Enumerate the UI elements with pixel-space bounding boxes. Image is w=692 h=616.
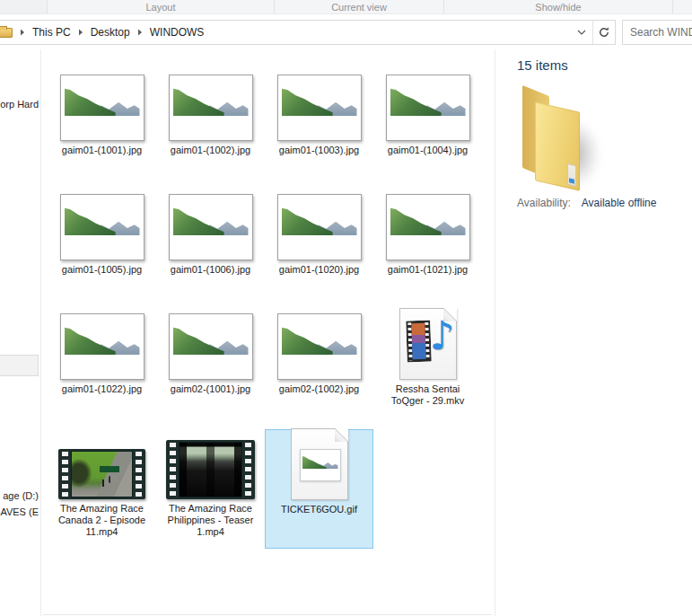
- file-name: gaim02-(1002).jpg: [274, 383, 364, 395]
- photo-thumbnail: [277, 75, 362, 141]
- file-item[interactable]: gaim01-(1003).jpg: [265, 71, 373, 190]
- file-icon: [60, 71, 145, 141]
- file-item[interactable]: gaim01-(1021).jpg: [373, 190, 482, 310]
- file-icon: [291, 430, 348, 500]
- breadcrumb-desktop[interactable]: Desktop: [91, 26, 130, 39]
- ribbon-strip: Layout Current view Show/hide: [0, 0, 692, 14]
- file-name: gaim01-(1003).jpg: [274, 145, 364, 156]
- filmstrip-holes: [243, 443, 253, 497]
- address-bar[interactable]: This PC Desktop WINDOWS: [0, 20, 616, 45]
- gif-file-icon: [291, 428, 348, 500]
- breadcrumb-this-pc[interactable]: This PC: [32, 26, 71, 39]
- breadcrumb-arrow-icon[interactable]: [20, 29, 25, 36]
- landscape-image: [65, 198, 140, 256]
- file-name: gaim01-(1006).jpg: [165, 264, 256, 276]
- video-frame: [179, 442, 242, 497]
- file-name: gaim01-(1005).jpg: [57, 264, 147, 276]
- landscape-image: [390, 79, 466, 136]
- photo-thumbnail: [277, 313, 362, 380]
- file-name: gaim01-(1022).jpg: [57, 383, 147, 395]
- ribbon-group-current-view: Current view: [275, 0, 444, 13]
- file-icon: [169, 190, 253, 260]
- filmstrip-holes: [134, 452, 144, 497]
- folder-preview-icon: [510, 89, 609, 195]
- filmstrip-icon: [406, 321, 432, 363]
- availability-label: Availability:: [517, 197, 571, 209]
- ribbon-group-layout: Layout: [48, 0, 275, 13]
- sidebar-graybox[interactable]: [0, 355, 39, 376]
- file-explorer-window: Layout Current view Show/hide This PC De…: [0, 0, 692, 616]
- search-box[interactable]: [622, 20, 692, 45]
- filmstrip-holes: [168, 443, 178, 497]
- file-icon: [386, 71, 470, 141]
- landscape-image: [173, 198, 249, 256]
- file-item[interactable]: gaim01-(1001).jpg: [48, 71, 156, 190]
- sidebar-item-drive-e[interactable]: SAVES (E: [0, 506, 39, 517]
- search-input[interactable]: [623, 21, 692, 44]
- file-item[interactable]: gaim02-(1002).jpg: [265, 310, 373, 429]
- file-item[interactable]: gaim01-(1022).jpg: [48, 310, 156, 429]
- landscape-image: [282, 198, 357, 256]
- toolbar-row: This PC Desktop WINDOWS: [0, 14, 692, 49]
- file-item[interactable]: The Amazing Race Philippines - Teaser 1.…: [156, 429, 265, 549]
- video-thumbnail: [166, 440, 255, 499]
- photo-thumbnail: [386, 75, 470, 141]
- item-count: 15 items: [517, 57, 568, 73]
- file-icon: [169, 310, 253, 380]
- file-item[interactable]: TICKET6GOU.gif: [265, 429, 373, 549]
- photo-thumbnail: [169, 194, 253, 260]
- file-item[interactable]: The Amazing Race Canada 2 - Episode 11.m…: [48, 429, 156, 549]
- file-item[interactable]: gaim01-(1006).jpg: [156, 190, 265, 310]
- file-list-area: gaim01-(1001).jpg gaim01-(1002).jpg gaim…: [42, 49, 494, 616]
- refresh-button[interactable]: [593, 21, 615, 44]
- photo-thumbnail: [169, 75, 253, 141]
- file-item[interactable]: gaim01-(1002).jpg: [156, 71, 265, 190]
- ribbon-group-edge: [673, 0, 692, 13]
- file-icon: [386, 190, 470, 260]
- availability-value[interactable]: Available offline: [582, 197, 657, 209]
- file-icon: [166, 429, 255, 499]
- media-file-icon: ♪: [399, 308, 457, 380]
- file-item[interactable]: gaim01-(1004).jpg: [373, 71, 482, 190]
- file-name: gaim02-(1001).jpg: [165, 383, 256, 395]
- folder-sync-tab: [567, 163, 576, 187]
- landscape-image: [282, 79, 357, 136]
- file-icon: [60, 190, 145, 260]
- file-name: gaim01-(1002).jpg: [165, 145, 256, 156]
- file-icon: ♪: [399, 310, 457, 380]
- file-item[interactable]: gaim02-(1001).jpg: [156, 310, 265, 429]
- file-item[interactable]: gaim01-(1005).jpg: [48, 190, 156, 310]
- breadcrumb-arrow-icon[interactable]: [78, 29, 83, 36]
- page-fold: [335, 428, 348, 442]
- sidebar-item-drive-d[interactable]: age (D:): [3, 490, 39, 501]
- ribbon-group-label: Layout: [145, 2, 175, 13]
- file-icon: [277, 190, 362, 260]
- photo-thumbnail: [169, 313, 253, 380]
- breadcrumb-arrow-icon[interactable]: [137, 29, 143, 36]
- availability-row: Availability:Available offline: [517, 197, 656, 209]
- music-note-icon: ♪: [429, 316, 454, 356]
- photo-thumbnail: [60, 313, 145, 380]
- file-icon: [169, 71, 253, 141]
- video-frame: [71, 451, 133, 497]
- file-name: gaim01-(1004).jpg: [382, 145, 473, 156]
- address-dropdown-button[interactable]: [571, 21, 592, 44]
- ribbon-group-label: Current view: [331, 2, 387, 13]
- photo-thumbnail: [60, 194, 145, 260]
- mini-photo-frame: [300, 449, 341, 481]
- landscape-image: [302, 452, 338, 479]
- file-name: The Amazing Race Canada 2 - Episode 11.m…: [57, 503, 147, 538]
- file-item[interactable]: ♪ Ressha Sentai ToQger - 29.mkv: [373, 310, 482, 429]
- file-icon: [58, 429, 145, 499]
- sidebar-item-drive[interactable]: orp Hard: [0, 99, 39, 110]
- breadcrumb-windows[interactable]: WINDOWS: [150, 26, 205, 39]
- refresh-icon: [598, 26, 610, 39]
- landscape-image: [173, 318, 249, 375]
- file-name: Ressha Sentai ToQger - 29.mkv: [382, 383, 473, 407]
- file-item[interactable]: gaim01-(1020).jpg: [265, 190, 373, 310]
- scrollbar-edge: [43, 614, 492, 615]
- file-grid: gaim01-(1001).jpg gaim01-(1002).jpg gaim…: [48, 71, 482, 549]
- file-name: The Amazing Race Philippines - Teaser 1.…: [165, 503, 256, 538]
- landscape-image: [173, 79, 249, 136]
- file-icon: [277, 71, 362, 141]
